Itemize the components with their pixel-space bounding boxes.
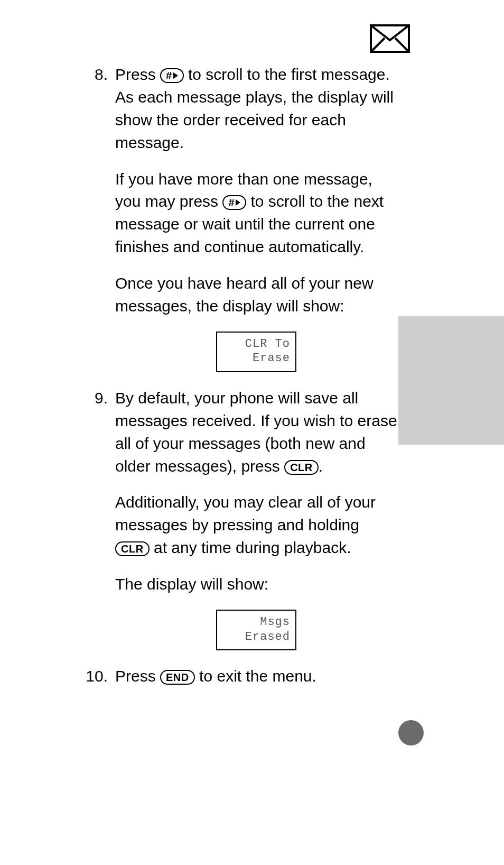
page-indicator-dot xyxy=(398,720,424,746)
step-paragraph: Once you have heard all of your new mess… xyxy=(115,272,397,318)
step-9: 9. By default, your phone will save all … xyxy=(80,387,397,665)
lcd-display: CLR To Erase xyxy=(216,332,296,372)
lcd-line: CLR To xyxy=(222,337,290,352)
hash-key-icon: # xyxy=(160,68,184,83)
thumb-tab xyxy=(398,316,504,445)
clr-key-icon: CLR xyxy=(115,541,150,556)
lcd-line: Erase xyxy=(222,351,290,366)
step-paragraph: If you have more than one message, you m… xyxy=(115,168,397,259)
lcd-display: Msgs Erased xyxy=(216,610,296,650)
step-number: 8. xyxy=(80,63,115,86)
step-paragraph: By default, your phone will save all mes… xyxy=(115,387,397,478)
step-paragraph: Press END to exit the menu. xyxy=(115,665,397,688)
clr-key-icon: CLR xyxy=(284,460,319,475)
step-paragraph: Press # to scroll to the first message. … xyxy=(115,63,397,154)
end-key-icon: END xyxy=(160,670,195,685)
lcd-line: Msgs xyxy=(222,615,290,630)
step-number: 10. xyxy=(80,665,115,688)
step-10: 10. Press END to exit the menu. xyxy=(80,665,397,702)
lcd-line: Erased xyxy=(222,630,290,645)
envelope-icon xyxy=(370,24,410,53)
step-8: 8. Press # to scroll to the first messag… xyxy=(80,63,397,387)
step-number: 9. xyxy=(80,387,115,410)
instruction-content: 8. Press # to scroll to the first messag… xyxy=(80,63,397,702)
step-list: 8. Press # to scroll to the first messag… xyxy=(80,63,397,702)
step-paragraph: Additionally, you may clear all of your … xyxy=(115,491,397,559)
step-paragraph: The display will show: xyxy=(115,573,397,596)
hash-key-icon: # xyxy=(222,195,246,210)
